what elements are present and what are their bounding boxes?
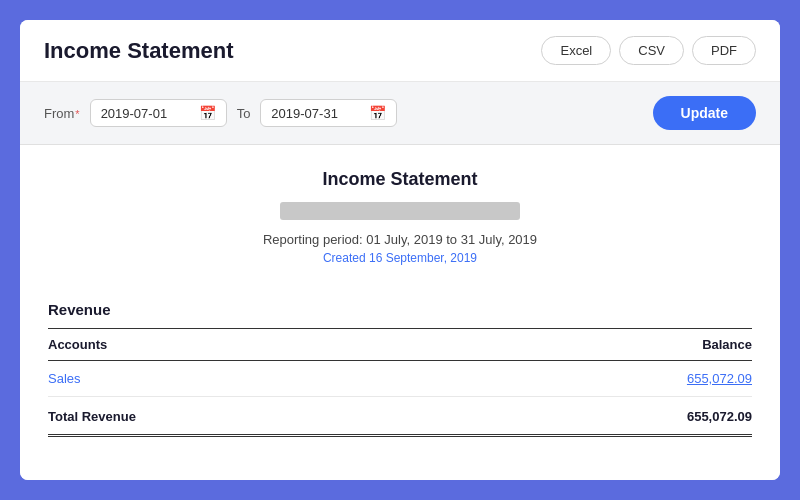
from-label: From* [44, 106, 80, 121]
created-date: Created 16 September, 2019 [48, 251, 752, 265]
from-required: * [75, 108, 79, 120]
main-container: Income Statement Excel CSV PDF From* 📅 T… [20, 20, 780, 480]
total-revenue-label: Total Revenue [48, 409, 136, 424]
csv-button[interactable]: CSV [619, 36, 684, 65]
col-balance-header: Balance [702, 337, 752, 352]
report-title: Income Statement [48, 169, 752, 190]
page-title: Income Statement [44, 38, 234, 64]
total-revenue-row: Total Revenue 655,072.09 [48, 399, 752, 437]
update-button[interactable]: Update [653, 96, 756, 130]
table-row: Sales 655,072.09 [48, 361, 752, 397]
report-content: Income Statement Reporting period: 01 Ju… [20, 145, 780, 480]
sales-amount: 655,072.09 [687, 371, 752, 386]
revenue-section-title: Revenue [48, 301, 752, 318]
date-filter-bar: From* 📅 To 📅 Update [20, 82, 780, 145]
to-label: To [237, 106, 251, 121]
from-date-input-wrap: 📅 [90, 99, 227, 127]
sales-link[interactable]: Sales [48, 371, 81, 386]
excel-button[interactable]: Excel [541, 36, 611, 65]
to-date-input-wrap: 📅 [260, 99, 397, 127]
export-buttons-group: Excel CSV PDF [541, 36, 756, 65]
col-accounts-header: Accounts [48, 337, 107, 352]
reporting-period: Reporting period: 01 July, 2019 to 31 Ju… [48, 232, 752, 247]
total-revenue-amount: 655,072.09 [687, 409, 752, 424]
to-date-input[interactable] [271, 106, 361, 121]
header: Income Statement Excel CSV PDF [20, 20, 780, 82]
from-calendar-icon[interactable]: 📅 [199, 105, 216, 121]
report-header: Income Statement Reporting period: 01 Ju… [48, 145, 752, 281]
table-header: Accounts Balance [48, 328, 752, 361]
pdf-button[interactable]: PDF [692, 36, 756, 65]
company-name-bar [280, 202, 520, 220]
from-date-input[interactable] [101, 106, 191, 121]
to-calendar-icon[interactable]: 📅 [369, 105, 386, 121]
